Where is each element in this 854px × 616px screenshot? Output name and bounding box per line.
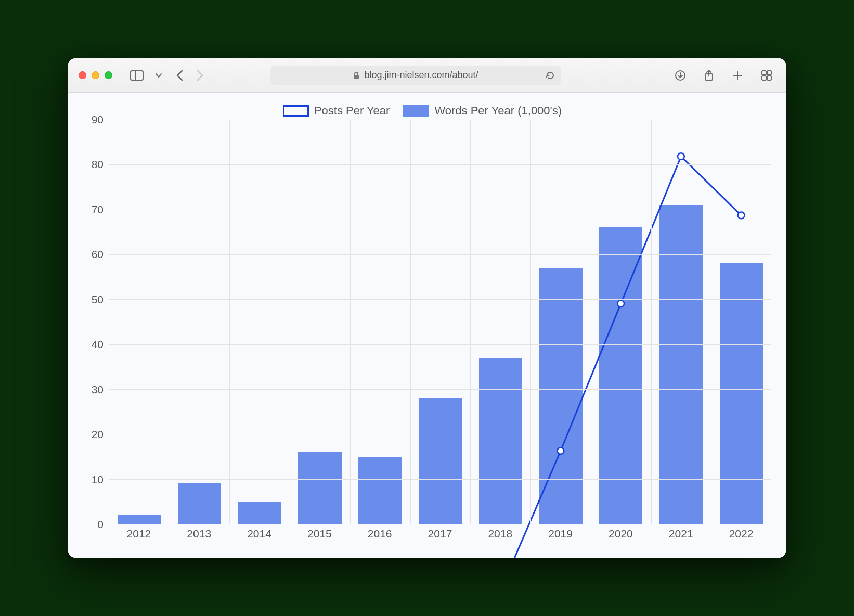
download-icon: [675, 70, 686, 81]
bars-layer: [109, 120, 771, 524]
titlebar: blog.jim-nielsen.com/about/: [68, 58, 786, 93]
chart-bar[interactable]: [539, 268, 582, 524]
reload-button[interactable]: [546, 71, 555, 80]
x-tick-label: 2017: [410, 524, 470, 545]
back-button[interactable]: [172, 67, 188, 84]
grid-line-vertical: [410, 120, 411, 524]
page-content: Posts Per Year Words Per Year (1,000's) …: [68, 93, 786, 558]
chart-bar[interactable]: [118, 515, 161, 524]
bar-slot: [109, 120, 170, 524]
y-tick-label: 60: [92, 248, 103, 261]
legend-item-posts[interactable]: Posts Per Year: [283, 104, 390, 118]
chart-bar[interactable]: [298, 452, 341, 524]
x-tick-label: 2013: [169, 524, 229, 545]
grid-line-vertical: [170, 120, 170, 524]
svg-rect-9: [762, 71, 766, 75]
bar-slot: [470, 120, 530, 524]
y-tick-label: 80: [92, 158, 103, 171]
sidebar-icon: [130, 70, 144, 81]
y-tick-label: 20: [92, 428, 103, 441]
grid-line-vertical: [530, 120, 531, 524]
legend-swatch-line: [283, 105, 309, 117]
x-tick-label: 2022: [711, 524, 771, 545]
nav-buttons: [172, 67, 208, 84]
grid-line-vertical: [591, 120, 591, 524]
bar-slot: [711, 120, 771, 524]
svg-rect-10: [767, 71, 771, 75]
grid-line-vertical: [229, 120, 230, 524]
chart-bar[interactable]: [419, 398, 462, 524]
svg-rect-11: [762, 76, 766, 80]
bar-slot: [651, 120, 711, 524]
legend-label-posts: Posts Per Year: [314, 104, 390, 118]
x-axis: 2012201320142015201620172018201920202021…: [109, 524, 771, 545]
y-tick-label: 30: [92, 383, 103, 396]
grid-line-horizontal: [109, 479, 771, 480]
x-tick-label: 2012: [109, 524, 169, 545]
grid-line-vertical: [350, 120, 351, 524]
y-tick-label: 90: [92, 113, 103, 126]
downloads-button[interactable]: [671, 68, 689, 83]
new-tab-button[interactable]: [729, 68, 746, 83]
grid-line-horizontal: [109, 299, 771, 300]
chart-bar[interactable]: [720, 263, 763, 524]
toolbar-right: [671, 67, 775, 84]
grid-line-horizontal: [109, 164, 771, 165]
bar-slot: [229, 120, 290, 524]
x-tick-label: 2015: [289, 524, 350, 545]
share-icon: [704, 69, 714, 82]
bar-slot: [170, 120, 230, 524]
grid-line-horizontal: [109, 120, 771, 120]
grid-line-horizontal: [109, 434, 771, 434]
svg-rect-2: [354, 75, 359, 79]
chart-bar[interactable]: [358, 457, 402, 524]
x-tick-label: 2018: [470, 524, 530, 545]
forward-button[interactable]: [191, 67, 208, 84]
x-tick-label: 2014: [229, 524, 290, 545]
minimize-window-button[interactable]: [92, 71, 99, 79]
y-tick-label: 70: [92, 203, 103, 216]
chart: 0102030405060708090: [73, 120, 771, 524]
grid-line-vertical: [290, 120, 290, 524]
maximize-window-button[interactable]: [105, 71, 112, 79]
reload-icon: [546, 71, 555, 80]
grid-line-horizontal: [109, 344, 771, 345]
bar-slot: [290, 120, 350, 524]
chart-legend: Posts Per Year Words Per Year (1,000's): [73, 104, 771, 118]
svg-rect-0: [131, 71, 143, 80]
chart-bar[interactable]: [178, 483, 221, 524]
lock-icon: [353, 71, 360, 80]
grid-line-horizontal: [109, 389, 771, 390]
browser-window: blog.jim-nielsen.com/about/: [68, 58, 786, 558]
chevron-right-icon: [195, 69, 205, 82]
grid-line-vertical: [651, 120, 652, 524]
svg-rect-12: [767, 76, 771, 80]
grid-line-horizontal: [109, 210, 771, 210]
legend-item-words[interactable]: Words Per Year (1,000's): [403, 104, 562, 118]
y-tick-label: 10: [92, 473, 103, 486]
chevron-down-icon: [155, 72, 162, 79]
legend-label-words: Words Per Year (1,000's): [434, 104, 562, 118]
plus-icon: [732, 70, 743, 81]
sidebar-toggle-button[interactable]: [127, 68, 147, 83]
bar-slot: [410, 120, 471, 524]
y-tick-label: 0: [97, 518, 103, 531]
chart-bar[interactable]: [659, 205, 703, 524]
share-button[interactable]: [701, 67, 717, 84]
chart-bar[interactable]: [238, 502, 281, 524]
tab-overview-button[interactable]: [758, 68, 775, 83]
grid-line-vertical: [711, 120, 711, 524]
x-tick-label: 2016: [350, 524, 410, 545]
plot-area: [109, 120, 771, 524]
x-tick-label: 2019: [530, 524, 591, 545]
chart-bar[interactable]: [479, 358, 522, 524]
address-bar[interactable]: blog.jim-nielsen.com/about/: [270, 66, 561, 85]
tab-group-dropdown-button[interactable]: [152, 70, 165, 81]
x-tick-label: 2020: [591, 524, 651, 545]
close-window-button[interactable]: [79, 71, 86, 79]
bar-slot: [350, 120, 410, 524]
y-tick-label: 40: [92, 338, 103, 351]
grid-line-vertical: [470, 120, 471, 524]
traffic-lights: [79, 71, 112, 79]
legend-swatch-bar: [403, 105, 429, 117]
